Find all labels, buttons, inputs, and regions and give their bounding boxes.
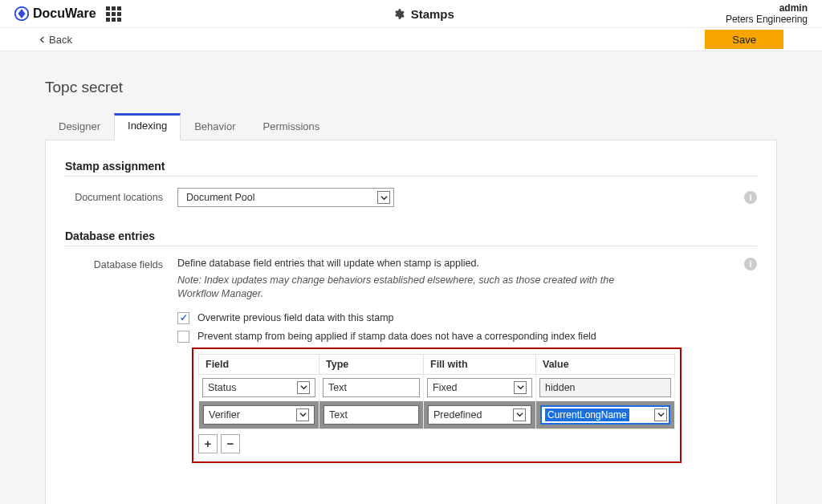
info-icon[interactable]: i — [744, 258, 757, 270]
brand-icon — [14, 6, 29, 21]
type-value: Text — [323, 378, 420, 397]
value-select[interactable]: CurrentLongName — [540, 405, 670, 425]
col-header-type: Type — [319, 354, 424, 374]
chevron-down-icon — [377, 191, 390, 204]
chevron-down-icon — [654, 408, 667, 421]
tab-designer[interactable]: Designer — [45, 113, 114, 140]
tab-permissions[interactable]: Permissions — [250, 113, 334, 140]
col-header-fill: Fill with — [424, 354, 536, 374]
database-fields-label: Database fields — [65, 258, 177, 270]
action-bar: Back Save — [0, 27, 822, 51]
tab-behavior[interactable]: Behavior — [181, 113, 249, 140]
user-block[interactable]: admin Peters Engineering — [726, 2, 808, 26]
locations-label: Document locations — [65, 192, 177, 203]
overwrite-checkbox[interactable] — [177, 312, 189, 324]
fields-table: Field Type Fill with Value Status Text F… — [198, 354, 675, 429]
add-row-button[interactable]: + — [198, 434, 218, 453]
section-title-assignment: Stamp assignment — [65, 160, 757, 177]
table-row[interactable]: Status Text Fixed hidden — [199, 374, 675, 400]
fill-select[interactable]: Fixed — [427, 378, 532, 397]
locations-select[interactable]: Document Pool — [177, 188, 394, 207]
top-bar-left: DocuWare — [14, 6, 121, 22]
remove-row-button[interactable]: − — [221, 434, 240, 453]
save-button[interactable]: Save — [705, 30, 783, 49]
top-bar: DocuWare Stamps admin Peters Engineering — [0, 0, 822, 27]
section-database-entries: Database entries Database fields Define … — [65, 230, 757, 463]
chevron-down-icon — [514, 381, 527, 394]
locations-value: Document Pool — [186, 192, 254, 203]
field-select[interactable]: Status — [202, 378, 315, 397]
table-row[interactable]: Verifier Text Predefined CurrentLongName — [199, 400, 675, 429]
type-value: Text — [324, 405, 419, 425]
content-panel: Stamp assignment Document locations Docu… — [45, 140, 777, 504]
tab-indexing[interactable]: Indexing — [114, 113, 181, 140]
prevent-checkbox[interactable] — [177, 331, 189, 343]
database-note: Note: Index updates may change behaviors… — [177, 274, 627, 301]
database-description: Define database field entries that will … — [177, 258, 744, 269]
chevron-down-icon — [297, 381, 310, 394]
field-select[interactable]: Verifier — [203, 405, 315, 425]
info-icon[interactable]: i — [744, 191, 757, 204]
chevron-left-icon — [39, 36, 46, 43]
highlighted-region: Field Type Fill with Value Status Text F… — [192, 348, 682, 463]
chevron-down-icon — [296, 408, 309, 421]
col-header-value: Value — [536, 354, 675, 374]
user-org: Peters Engineering — [726, 14, 808, 25]
header-title: Stamps — [411, 7, 454, 21]
section-stamp-assignment: Stamp assignment Document locations Docu… — [65, 160, 757, 207]
user-name: admin — [726, 2, 808, 14]
brand-name: DocuWare — [33, 6, 96, 21]
prevent-label: Prevent stamp from being applied if stam… — [197, 331, 596, 342]
back-label: Back — [49, 34, 72, 46]
back-button[interactable]: Back — [39, 34, 72, 46]
overwrite-label: Overwrite previous field data with this … — [197, 312, 394, 323]
tabs: Designer Indexing Behavior Permissions — [45, 112, 777, 140]
col-header-field: Field — [199, 354, 319, 374]
chevron-down-icon — [513, 408, 526, 421]
value-input[interactable]: hidden — [539, 378, 671, 397]
section-title-database: Database entries — [65, 230, 757, 246]
gear-icon — [393, 8, 405, 20]
apps-grid-icon[interactable] — [106, 6, 121, 22]
brand-logo[interactable]: DocuWare — [14, 6, 96, 21]
page-title: Topc secret — [45, 79, 777, 96]
fill-select[interactable]: Predefined — [428, 405, 531, 425]
page-header: Stamps — [121, 7, 726, 21]
